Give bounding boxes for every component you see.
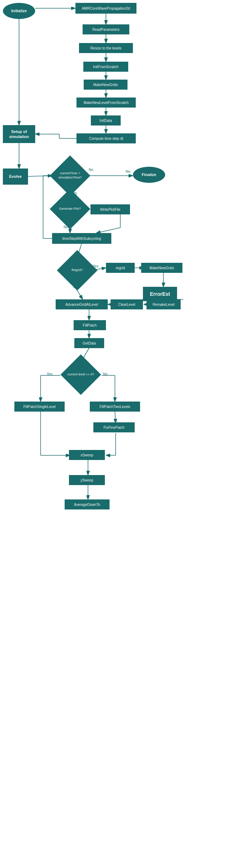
svg-line-43 xyxy=(115,412,116,423)
flowchart-container: No No Yes Yes No Yes No Yes No Initializ… xyxy=(0,0,246,868)
fillpatchsinglelevel-node: FillPatchSingleLevel xyxy=(14,402,65,412)
fillpatch-node: FillPatch xyxy=(74,320,106,330)
xsweep-node: xSweep xyxy=(69,450,105,460)
finalize-node: Finalize xyxy=(133,167,165,183)
setup-node: Setup of simulation xyxy=(3,125,35,143)
regrid-diamond: Regrid? xyxy=(63,257,92,283)
svg-line-35 xyxy=(77,290,83,299)
timestepwithsubcycling-node: timeStepWithSubcycling xyxy=(52,233,111,244)
currenttime-diamond: currentTime < simulationTime? xyxy=(52,161,88,190)
initdata-node: InitData xyxy=(91,115,121,125)
readparams-node: ReadParameters xyxy=(83,24,129,34)
resize-node: Resize to the levels xyxy=(79,43,133,53)
makenewgrids2-node: MakeNewGrids xyxy=(141,263,182,273)
amr-node: AMRCoreWavePropagation2d xyxy=(75,3,136,14)
initialize-node: Initialize xyxy=(3,3,35,19)
svg-line-19 xyxy=(96,228,120,233)
makenewlevelfromscratch-node: MakeNewLevelFromScratch xyxy=(76,98,136,108)
evolve-node: Evolve xyxy=(3,169,28,185)
averagedownto-node: AverageDownTo xyxy=(65,499,110,509)
initfromscratch-node: InitFromScratch xyxy=(83,62,128,72)
svg-line-14 xyxy=(28,176,52,176)
clearlevel-node: ClearLevel xyxy=(111,299,143,309)
computetimestep-node: Compute time step dt xyxy=(76,133,136,143)
advancegridatlevel-node: AdvanceGridAtLevel xyxy=(56,299,108,309)
errorest-node: ErrorEst xyxy=(143,287,177,301)
label-no-finalize: No xyxy=(126,170,130,174)
fixfinepatch-node: FixFinePatch xyxy=(93,422,135,432)
arrows-svg xyxy=(0,0,246,868)
fillpatchtwolevels-node: FillPatchTwoLevels xyxy=(90,402,140,412)
remakelevel-node: RemakeLevel xyxy=(147,299,181,309)
currentlevel-diamond: current level == 0? xyxy=(57,360,104,389)
label-no1: No xyxy=(89,168,93,172)
ysweep-node: ySweep xyxy=(69,475,105,485)
makenewgrids-node: MakeNewGrids xyxy=(84,80,127,90)
regrid-node: regrid xyxy=(106,263,135,273)
writeplotfile-node: WritePlotFile xyxy=(90,204,130,214)
generateplot-diamond: Generate Plot? xyxy=(56,195,84,222)
getdata-node: GetData xyxy=(74,338,104,348)
label-yes-currentlevel: Yes xyxy=(47,372,52,376)
